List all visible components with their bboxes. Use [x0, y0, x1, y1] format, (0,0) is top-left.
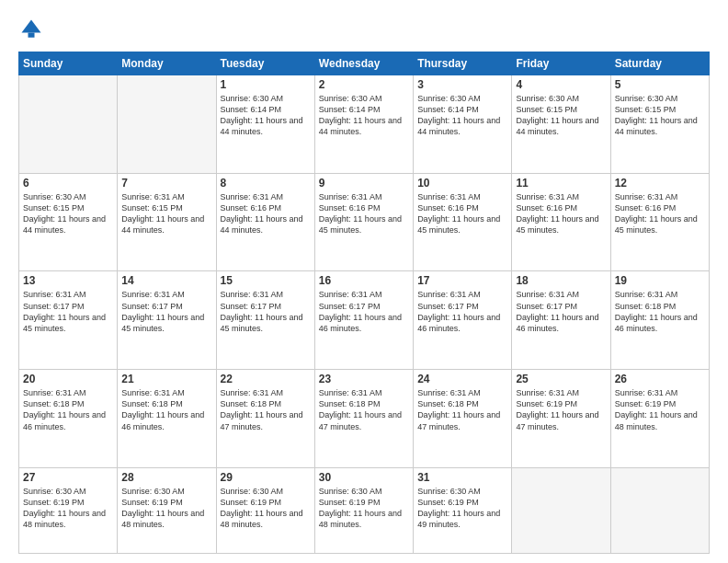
calendar-cell: 29Sunrise: 6:30 AM Sunset: 6:19 PM Dayli… — [216, 467, 314, 553]
day-info: Sunrise: 6:31 AM Sunset: 6:16 PM Dayligh… — [319, 191, 409, 236]
calendar-cell: 16Sunrise: 6:31 AM Sunset: 6:17 PM Dayli… — [314, 271, 413, 370]
day-info: Sunrise: 6:30 AM Sunset: 6:14 PM Dayligh… — [319, 93, 409, 138]
calendar-cell — [118, 75, 216, 174]
day-number: 20 — [23, 373, 113, 385]
calendar-cell: 15Sunrise: 6:31 AM Sunset: 6:17 PM Dayli… — [216, 271, 314, 370]
day-info: Sunrise: 6:31 AM Sunset: 6:17 PM Dayligh… — [23, 289, 113, 334]
day-info: Sunrise: 6:31 AM Sunset: 6:19 PM Dayligh… — [516, 387, 606, 432]
calendar-cell: 28Sunrise: 6:30 AM Sunset: 6:19 PM Dayli… — [118, 467, 216, 553]
calendar-cell: 1Sunrise: 6:30 AM Sunset: 6:14 PM Daylig… — [216, 75, 314, 174]
day-number: 3 — [417, 78, 507, 91]
calendar-cell: 10Sunrise: 6:31 AM Sunset: 6:16 PM Dayli… — [414, 173, 512, 271]
day-number: 21 — [121, 373, 211, 385]
day-info: Sunrise: 6:30 AM Sunset: 6:14 PM Dayligh… — [221, 93, 311, 138]
calendar-cell: 19Sunrise: 6:31 AM Sunset: 6:18 PM Dayli… — [610, 271, 709, 370]
calendar-week-row: 20Sunrise: 6:31 AM Sunset: 6:18 PM Dayli… — [19, 370, 710, 468]
calendar-cell — [19, 75, 118, 174]
day-number: 22 — [221, 373, 311, 385]
calendar-cell: 24Sunrise: 6:31 AM Sunset: 6:18 PM Dayli… — [414, 370, 512, 468]
calendar-cell: 13Sunrise: 6:31 AM Sunset: 6:17 PM Dayli… — [19, 271, 118, 370]
day-number: 18 — [516, 274, 606, 287]
day-info: Sunrise: 6:31 AM Sunset: 6:19 PM Dayligh… — [615, 387, 705, 432]
calendar-week-row: 6Sunrise: 6:30 AM Sunset: 6:15 PM Daylig… — [19, 173, 710, 271]
day-number: 10 — [417, 177, 507, 190]
day-number: 8 — [221, 177, 311, 190]
calendar-cell: 18Sunrise: 6:31 AM Sunset: 6:17 PM Dayli… — [512, 271, 610, 370]
calendar-cell: 21Sunrise: 6:31 AM Sunset: 6:18 PM Dayli… — [118, 370, 216, 468]
calendar-header-sunday: Sunday — [19, 52, 118, 75]
calendar-header-monday: Monday — [118, 52, 216, 75]
day-info: Sunrise: 6:31 AM Sunset: 6:16 PM Dayligh… — [516, 191, 606, 236]
day-number: 16 — [319, 274, 409, 287]
calendar-cell: 6Sunrise: 6:30 AM Sunset: 6:15 PM Daylig… — [19, 173, 118, 271]
day-info: Sunrise: 6:30 AM Sunset: 6:19 PM Dayligh… — [319, 486, 409, 531]
calendar-cell: 7Sunrise: 6:31 AM Sunset: 6:15 PM Daylig… — [118, 173, 216, 271]
calendar-week-row: 13Sunrise: 6:31 AM Sunset: 6:17 PM Dayli… — [19, 271, 710, 370]
day-number: 30 — [319, 471, 409, 484]
calendar-cell: 30Sunrise: 6:30 AM Sunset: 6:19 PM Dayli… — [314, 467, 413, 553]
calendar-cell: 9Sunrise: 6:31 AM Sunset: 6:16 PM Daylig… — [314, 173, 413, 271]
day-number: 9 — [319, 177, 409, 190]
calendar-cell: 3Sunrise: 6:30 AM Sunset: 6:14 PM Daylig… — [414, 75, 512, 174]
calendar-cell: 23Sunrise: 6:31 AM Sunset: 6:18 PM Dayli… — [314, 370, 413, 468]
day-number: 6 — [23, 177, 113, 190]
calendar-cell: 5Sunrise: 6:30 AM Sunset: 6:15 PM Daylig… — [610, 75, 709, 174]
calendar-week-row: 27Sunrise: 6:30 AM Sunset: 6:19 PM Dayli… — [19, 467, 710, 553]
day-info: Sunrise: 6:31 AM Sunset: 6:17 PM Dayligh… — [319, 289, 409, 334]
calendar-cell: 4Sunrise: 6:30 AM Sunset: 6:15 PM Daylig… — [512, 75, 610, 174]
day-info: Sunrise: 6:31 AM Sunset: 6:17 PM Dayligh… — [121, 289, 211, 334]
calendar-header-friday: Friday — [512, 52, 610, 75]
day-number: 1 — [221, 78, 311, 91]
calendar-cell — [610, 467, 709, 553]
calendar-header-wednesday: Wednesday — [314, 52, 413, 75]
day-number: 31 — [417, 471, 507, 484]
day-number: 28 — [121, 471, 211, 484]
calendar-week-row: 1Sunrise: 6:30 AM Sunset: 6:14 PM Daylig… — [19, 75, 710, 174]
day-info: Sunrise: 6:31 AM Sunset: 6:15 PM Dayligh… — [121, 191, 211, 236]
day-number: 12 — [615, 177, 705, 190]
day-info: Sunrise: 6:30 AM Sunset: 6:15 PM Dayligh… — [23, 191, 113, 236]
day-info: Sunrise: 6:31 AM Sunset: 6:18 PM Dayligh… — [121, 387, 211, 432]
day-number: 4 — [516, 78, 606, 91]
calendar-cell: 31Sunrise: 6:30 AM Sunset: 6:19 PM Dayli… — [414, 467, 512, 553]
day-number: 17 — [417, 274, 507, 287]
page: SundayMondayTuesdayWednesdayThursdayFrid… — [0, 0, 728, 563]
day-number: 25 — [516, 373, 606, 385]
day-info: Sunrise: 6:30 AM Sunset: 6:15 PM Dayligh… — [516, 93, 606, 138]
calendar-header-saturday: Saturday — [610, 52, 709, 75]
day-number: 29 — [221, 471, 311, 484]
day-number: 14 — [121, 274, 211, 287]
day-number: 19 — [615, 274, 705, 287]
day-info: Sunrise: 6:31 AM Sunset: 6:18 PM Dayligh… — [615, 289, 705, 334]
day-number: 24 — [417, 373, 507, 385]
day-info: Sunrise: 6:30 AM Sunset: 6:19 PM Dayligh… — [221, 486, 311, 531]
calendar-table: SundayMondayTuesdayWednesdayThursdayFrid… — [18, 52, 710, 554]
day-info: Sunrise: 6:31 AM Sunset: 6:16 PM Dayligh… — [615, 191, 705, 236]
calendar-cell: 26Sunrise: 6:31 AM Sunset: 6:19 PM Dayli… — [610, 370, 709, 468]
day-info: Sunrise: 6:31 AM Sunset: 6:18 PM Dayligh… — [221, 387, 311, 432]
day-number: 7 — [121, 177, 211, 190]
day-info: Sunrise: 6:31 AM Sunset: 6:18 PM Dayligh… — [417, 387, 507, 432]
logo — [18, 17, 48, 42]
day-number: 27 — [23, 471, 113, 484]
day-info: Sunrise: 6:31 AM Sunset: 6:18 PM Dayligh… — [319, 387, 409, 432]
day-info: Sunrise: 6:30 AM Sunset: 6:14 PM Dayligh… — [417, 93, 507, 138]
svg-rect-1 — [28, 33, 35, 38]
day-info: Sunrise: 6:30 AM Sunset: 6:19 PM Dayligh… — [121, 486, 211, 531]
header — [18, 17, 710, 42]
day-info: Sunrise: 6:30 AM Sunset: 6:19 PM Dayligh… — [23, 486, 113, 531]
day-number: 15 — [221, 274, 311, 287]
day-number: 11 — [516, 177, 606, 190]
calendar-cell — [512, 467, 610, 553]
calendar-cell: 2Sunrise: 6:30 AM Sunset: 6:14 PM Daylig… — [314, 75, 413, 174]
calendar-cell: 11Sunrise: 6:31 AM Sunset: 6:16 PM Dayli… — [512, 173, 610, 271]
day-info: Sunrise: 6:31 AM Sunset: 6:16 PM Dayligh… — [221, 191, 311, 236]
calendar-cell: 27Sunrise: 6:30 AM Sunset: 6:19 PM Dayli… — [19, 467, 118, 553]
day-number: 13 — [23, 274, 113, 287]
day-number: 26 — [615, 373, 705, 385]
logo-icon — [18, 17, 44, 42]
day-info: Sunrise: 6:30 AM Sunset: 6:19 PM Dayligh… — [417, 486, 507, 531]
calendar-header-thursday: Thursday — [414, 52, 512, 75]
calendar-header-row: SundayMondayTuesdayWednesdayThursdayFrid… — [19, 52, 710, 75]
svg-marker-0 — [22, 20, 41, 33]
